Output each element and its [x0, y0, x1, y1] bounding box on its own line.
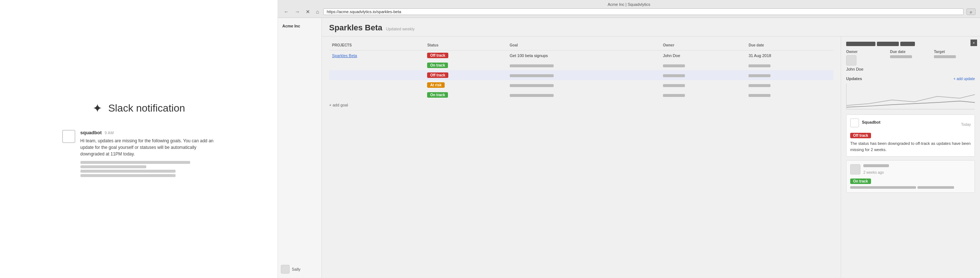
- update-card-top: Squadbot Today: [850, 119, 971, 130]
- page-title: Sparkles Beta: [329, 23, 382, 33]
- search-button[interactable]: ⌕: [966, 8, 975, 15]
- redacted-update-line-2: [918, 186, 954, 189]
- sidebar-avatar: [281, 265, 290, 273]
- slack-message-content: squadbot 9 AM Hi team, updates are missi…: [80, 130, 216, 177]
- owner-name: John Doe: [846, 67, 887, 71]
- sidebar-username: Sally: [292, 267, 301, 272]
- target-label: Target: [934, 50, 975, 54]
- redacted-target: [934, 55, 956, 58]
- slack-notification-panel: ✦ Slack notification squadbot 9 AM Hi te…: [0, 0, 278, 278]
- update-author: Squadbot: [862, 120, 881, 124]
- redacted-goal: [510, 84, 554, 87]
- forward-button[interactable]: →: [293, 8, 301, 15]
- page-header: Sparkles Beta Updated weekly: [322, 18, 980, 37]
- browser-panel: Acme Inc | Squadvlytics ← → ✕ ⌂ ⌕ Acme I…: [278, 0, 980, 278]
- slack-header: ✦ Slack notification: [92, 101, 185, 115]
- back-button[interactable]: ←: [282, 8, 290, 15]
- table-row: Sparkles Beta Off track Get 100 beta sig…: [329, 51, 834, 61]
- update-card-body: The status has been downgraded to off-tr…: [850, 140, 971, 153]
- sidebar: Acme Inc Sally: [278, 18, 322, 278]
- redacted-update-line-1: [850, 186, 916, 189]
- slack-notification-title: Slack notification: [108, 102, 185, 114]
- goal-cell: Get 100 beta signups: [507, 51, 660, 61]
- projects-section: PROJECTS Status Goal Owner Due date Spar…: [322, 37, 841, 278]
- redacted-goal: [510, 74, 554, 77]
- redacted-date: [749, 74, 770, 77]
- slack-redacted-lines: [80, 161, 216, 177]
- col-owner: Owner: [660, 42, 746, 51]
- add-update-link[interactable]: + add update: [953, 77, 975, 81]
- table-row: At risk: [329, 80, 834, 90]
- detail-info-grid: Owner John Doe Due date Target: [846, 50, 975, 71]
- update-card-meta: Squadbot: [862, 119, 881, 125]
- redacted-title-1: [846, 42, 875, 46]
- second-update-header: 2 weeks ago: [850, 164, 971, 175]
- slack-meta: squadbot 9 AM: [80, 130, 216, 135]
- redacted-author: [863, 164, 889, 167]
- detail-due-date: Due date: [890, 50, 931, 71]
- detail-panel: × Owner John Doe: [841, 37, 980, 278]
- browser-title: Acme Inc | Squadvlytics: [282, 2, 975, 6]
- page-subtitle: Updated weekly: [386, 27, 415, 31]
- projects-table: PROJECTS Status Goal Owner Due date Spar…: [329, 42, 834, 100]
- slack-icon: ✦: [92, 101, 102, 115]
- slack-message-text: Hi team, updates are missing for the fol…: [80, 138, 216, 157]
- redacted-due-date: [890, 55, 912, 58]
- redacted-title-3: [900, 42, 915, 46]
- browser-nav: ← → ✕ ⌂ ⌕: [282, 8, 975, 15]
- close-button[interactable]: ✕: [304, 8, 312, 15]
- second-update-avatar: [850, 164, 861, 175]
- detail-title: [846, 42, 975, 46]
- due-date-label: Due date: [890, 50, 931, 54]
- update-card-squadbot: Squadbot Today Off track The status has …: [846, 114, 975, 157]
- due-date-cell: 31 Aug 2018: [746, 51, 834, 61]
- redacted-line-2: [80, 165, 146, 168]
- main-content: Sparkles Beta Updated weekly PROJECTS St…: [322, 18, 980, 278]
- address-bar[interactable]: [323, 8, 964, 15]
- app-content: Acme Inc Sally Sparkles Beta Updated wee…: [278, 18, 980, 278]
- redacted-owner: [663, 74, 685, 77]
- browser-chrome: Acme Inc | Squadvlytics ← → ✕ ⌂ ⌕: [278, 0, 980, 18]
- update-card-2: 2 weeks ago On track: [846, 160, 975, 193]
- add-goal-link[interactable]: + add goal: [329, 103, 834, 107]
- redacted-owner: [663, 84, 685, 87]
- updates-section-header: Updates + add update: [846, 76, 975, 81]
- home-button[interactable]: ⌂: [315, 8, 320, 15]
- status-badge: Off track: [427, 72, 448, 78]
- col-goal: Goal: [507, 42, 660, 51]
- detail-owner-avatar: [846, 55, 856, 65]
- table-row: On track: [329, 60, 834, 70]
- slack-author: squadbot: [80, 130, 102, 135]
- main-body: PROJECTS Status Goal Owner Due date Spar…: [322, 37, 980, 278]
- update-status-badge: Off track: [850, 133, 871, 138]
- status-badge: On track: [427, 92, 448, 98]
- redacted-line-3: [80, 170, 175, 173]
- redacted-title-2: [877, 42, 899, 46]
- project-link-sparkles[interactable]: Sparkles Beta: [332, 53, 357, 58]
- squadbot-avatar: [62, 130, 75, 143]
- sidebar-org-name: Acme Inc: [281, 22, 318, 30]
- redacted-line-1: [80, 161, 190, 164]
- redacted-owner: [663, 64, 685, 67]
- status-badge: Off track: [427, 53, 448, 58]
- slack-time: 9 AM: [105, 130, 114, 135]
- redacted-goal: [510, 94, 554, 97]
- redacted-date: [749, 84, 770, 87]
- update-status-badge-2: On track: [850, 178, 871, 184]
- detail-close-button[interactable]: ×: [970, 40, 977, 46]
- updates-chart: [846, 84, 975, 110]
- col-status: Status: [424, 42, 506, 51]
- updates-label: Updates: [846, 76, 862, 81]
- update-card-header: Squadbot: [850, 119, 881, 127]
- status-badge: On track: [427, 62, 448, 68]
- detail-owner: Owner John Doe: [846, 50, 887, 71]
- redacted-line-4: [80, 174, 175, 177]
- redacted-date: [749, 94, 770, 97]
- owner-cell: John Doe: [660, 51, 746, 61]
- table-row-highlighted: Off track: [329, 70, 834, 80]
- redacted-owner: [663, 94, 685, 97]
- second-update-date: 2 weeks ago: [863, 170, 884, 175]
- col-projects: PROJECTS: [329, 42, 424, 51]
- sidebar-bottom: Sally: [281, 265, 318, 273]
- col-due-date: Due date: [746, 42, 834, 51]
